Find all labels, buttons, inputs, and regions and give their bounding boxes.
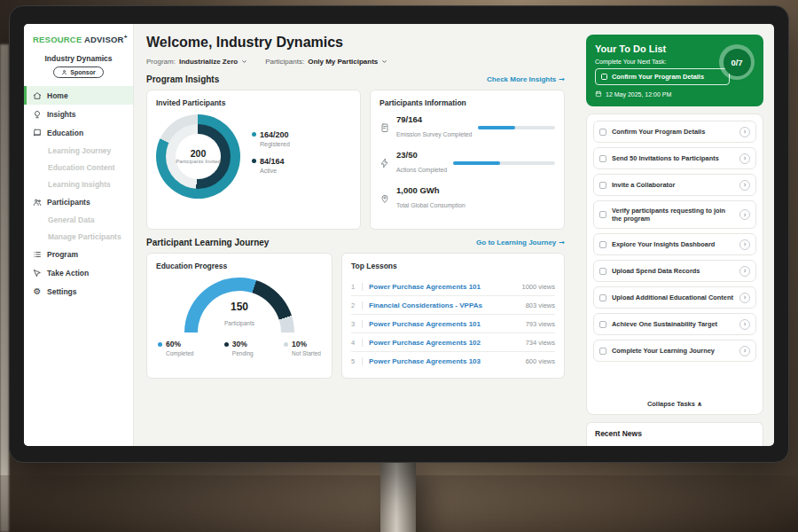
lesson-link[interactable]: Power Purchase Agreements 101 xyxy=(369,283,515,291)
sidebar-item-label: Education xyxy=(47,129,83,137)
sidebar-item-take-action[interactable]: Take Action xyxy=(24,263,133,282)
chevron-right-icon[interactable]: › xyxy=(739,266,750,277)
gauge-center-label: 150 Participants xyxy=(184,301,294,329)
check-more-insights-link[interactable]: Check More Insights → xyxy=(487,75,565,83)
next-task-chip[interactable]: Confirm Your Program Details xyxy=(595,68,730,85)
chevron-right-icon[interactable]: › xyxy=(739,239,750,250)
program-insights-header: Program Insights Check More Insights → xyxy=(146,74,565,84)
checkbox[interactable] xyxy=(599,211,606,218)
section-title: Participant Learning Journey xyxy=(146,238,269,247)
sidebar-item-learning-journey[interactable]: Learning Journey xyxy=(24,142,133,159)
lesson-row: 1 Power Purchase Agreements 101 1000 vie… xyxy=(351,278,555,296)
sidebar: RESOURCE ADVISOR+ Industry Dynamics Spon… xyxy=(24,24,134,446)
sidebar-item-program[interactable]: Program xyxy=(24,245,133,263)
go-to-learning-journey-link[interactable]: Go to Learning Journey → xyxy=(476,239,565,246)
task-row-confirm-program[interactable]: Confirm Your Program Details › xyxy=(593,121,756,143)
checkbox[interactable] xyxy=(599,321,606,328)
donut-legend: 164/200 Registered 84/164 Active xyxy=(252,130,290,184)
stat-row: 1,000 GWhTotal Global Consumption xyxy=(379,185,555,211)
sidebar-item-label: Settings xyxy=(47,287,77,296)
clipboard-icon xyxy=(379,122,390,133)
chevron-right-icon[interactable]: › xyxy=(739,293,750,303)
sidebar-item-insights[interactable]: Insights xyxy=(24,105,133,123)
lesson-link[interactable]: Power Purchase Agreements 102 xyxy=(369,339,520,347)
participants-select[interactable]: Participants: Only My Participants xyxy=(265,58,387,66)
top-lessons-card: Top Lessons 1 Power Purchase Agreements … xyxy=(341,253,565,379)
arrow-right-icon: → xyxy=(559,239,565,246)
task-row-invite-collaborator[interactable]: Invite a Collaborator › xyxy=(593,174,756,196)
action-arrow-icon xyxy=(33,269,42,278)
chevron-right-icon[interactable]: › xyxy=(739,153,750,164)
sidebar-nav: Home Insights Education Learning Journey… xyxy=(24,86,133,301)
task-row-verify-participants[interactable]: Verify participants requesting to join t… xyxy=(593,200,756,229)
sidebar-item-home[interactable]: Home xyxy=(24,86,133,105)
legend-dot xyxy=(252,132,256,137)
background: RESOURCE ADVISOR+ Industry Dynamics Spon… xyxy=(0,0,798,532)
task-row-send-invitations[interactable]: Send 50 Invitations to Participants › xyxy=(593,147,756,169)
task-row-achieve-target[interactable]: Achieve One Sustainability Target › xyxy=(593,313,756,335)
participants-information-card: Participants Information 79/164Emission … xyxy=(370,90,565,230)
lesson-row: 2 Financial Considerations - VPPAs 803 v… xyxy=(351,296,555,315)
chevron-up-icon: ∧ xyxy=(697,400,702,408)
checkbox[interactable] xyxy=(599,241,606,248)
actions-progress-bar xyxy=(453,161,555,165)
gauge-legend: 60% Completed 30% Pending 10% Not Starte… xyxy=(156,340,323,356)
task-row-upload-educational-content[interactable]: Upload Additional Educational Content › xyxy=(593,286,756,309)
chevron-right-icon[interactable]: › xyxy=(739,319,750,330)
collapse-tasks-button[interactable]: Collapse Tasks ∧ xyxy=(593,396,756,410)
legend-item: 84/164 Active xyxy=(252,157,290,174)
invited-participants-card: Invited Participants 200 Participants In… xyxy=(146,90,361,230)
participants-select-label: Participants: xyxy=(265,58,304,66)
checkbox[interactable] xyxy=(599,129,606,136)
checkbox[interactable] xyxy=(599,348,606,355)
chevron-right-icon[interactable]: › xyxy=(739,209,750,220)
legend-dot xyxy=(158,342,162,347)
logo-plus: + xyxy=(124,34,128,40)
checkbox[interactable] xyxy=(599,268,606,275)
recent-news-header: Recent News xyxy=(586,422,763,446)
chevron-right-icon[interactable]: › xyxy=(739,127,750,137)
sidebar-item-general-data[interactable]: General Data xyxy=(24,211,133,228)
chevron-right-icon[interactable]: › xyxy=(739,180,750,191)
sidebar-item-label: Home xyxy=(47,91,68,100)
donut-center-label: 200 Participants Invited xyxy=(176,134,221,179)
legend-item: 30% Pending xyxy=(224,340,254,356)
task-row-complete-learning-journey[interactable]: Complete Your Learning Journey › xyxy=(593,340,756,362)
list-icon xyxy=(33,250,42,259)
lesson-link[interactable]: Financial Considerations - VPPAs xyxy=(369,301,520,309)
sidebar-item-education-content[interactable]: Education Content xyxy=(24,159,133,176)
task-row-upload-spend-data[interactable]: Upload Spend Data Records › xyxy=(593,260,756,282)
sidebar-item-settings[interactable]: ⚙ Settings xyxy=(24,282,133,301)
sidebar-item-education[interactable]: Education xyxy=(24,123,133,142)
chevron-right-icon[interactable]: › xyxy=(739,346,750,356)
checkbox[interactable] xyxy=(601,74,607,80)
sponsor-badge-label: Sponsor xyxy=(70,69,95,75)
sidebar-item-learning-insights[interactable]: Learning Insights xyxy=(24,176,133,192)
sidebar-item-manage-participants[interactable]: Manage Participants xyxy=(24,228,133,245)
program-select[interactable]: Program: Industrialize Zero xyxy=(146,58,247,66)
lesson-row: 5 Power Purchase Agreements 103 600 view… xyxy=(351,352,555,370)
checkbox[interactable] xyxy=(599,182,606,189)
sidebar-item-label: Insights xyxy=(47,110,76,119)
wall-light xyxy=(0,44,9,532)
legend-dot xyxy=(224,342,229,347)
task-row-explore-insights[interactable]: Explore Your Insights Dashboard › xyxy=(593,233,756,255)
next-task-label: Confirm Your Program Details xyxy=(612,73,704,81)
section-title: Program Insights xyxy=(146,74,219,84)
lesson-link[interactable]: Power Purchase Agreements 101 xyxy=(369,320,520,328)
lightning-icon xyxy=(379,158,390,168)
todo-tasks-card: Confirm Your Program Details › Send 50 I… xyxy=(586,113,763,415)
checkbox[interactable] xyxy=(599,155,606,162)
sponsor-badge[interactable]: Sponsor xyxy=(53,66,103,78)
lesson-row: 3 Power Purchase Agreements 101 793 view… xyxy=(351,315,555,333)
sidebar-item-participants[interactable]: Participants xyxy=(24,192,133,211)
legend-item: 10% Not Started xyxy=(284,340,321,356)
education-gauge: 150 Participants xyxy=(184,278,294,332)
todo-progress-value: 0/7 xyxy=(724,49,751,76)
screen: RESOURCE ADVISOR+ Industry Dynamics Spon… xyxy=(24,24,774,446)
checkbox[interactable] xyxy=(599,294,606,301)
chevron-down-icon xyxy=(241,59,247,65)
card-title: Education Progress xyxy=(156,262,323,270)
lesson-link[interactable]: Power Purchase Agreements 103 xyxy=(369,357,520,365)
participants-select-value: Only My Participants xyxy=(308,58,378,66)
